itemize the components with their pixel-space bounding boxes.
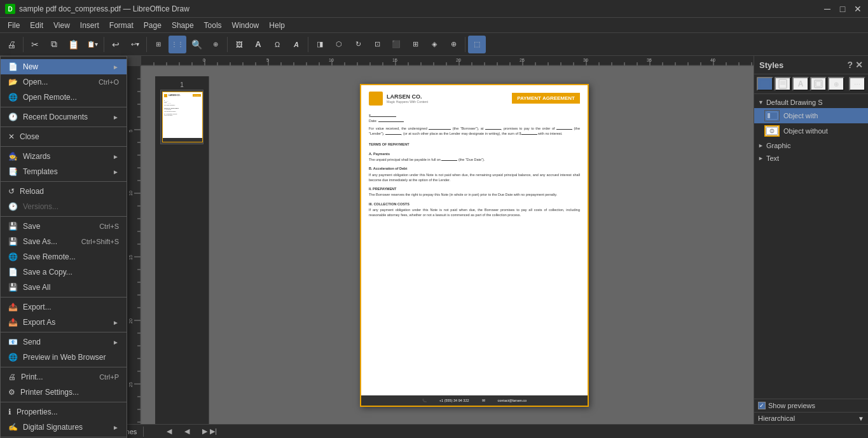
filter-button[interactable]: ⬡ <box>330 36 348 53</box>
crop-button[interactable]: ⊡ <box>368 36 386 53</box>
shadow-button[interactable]: ◨ <box>311 36 329 53</box>
close-btn[interactable]: ✕ <box>853 4 863 14</box>
styles-help-btn[interactable]: ? <box>847 60 853 70</box>
nav-prev-btn[interactable]: ◀ <box>167 427 172 435</box>
nav-last-btn[interactable]: ▶| <box>210 427 217 435</box>
menu-item-save-remote[interactable]: 🌐 Save Remote... <box>1 249 127 264</box>
nav-next-page-btn[interactable]: ▶ <box>202 427 207 435</box>
styles-hierarchical-dropdown[interactable]: Hierarchical ▼ <box>754 412 868 424</box>
menu-item-save-copy[interactable]: 📄 Save a Copy... <box>1 264 127 280</box>
frame-styles-btn[interactable] <box>810 77 827 91</box>
paste-special-button[interactable]: 📋▾ <box>83 36 101 53</box>
drawing-styles-btn[interactable] <box>757 77 773 91</box>
menu-item-save[interactable]: 💾 Save Ctrl+S <box>1 219 127 234</box>
thumbnail-item-1[interactable]: LARSEN CO. PAYMENT $_____ Date: _____ Fo… <box>160 90 203 144</box>
minimize-btn[interactable]: ─ <box>822 4 832 14</box>
nav-prev-page-btn[interactable]: ◀ <box>184 427 189 435</box>
insert-image-button[interactable]: 🖼 <box>230 36 248 53</box>
styles-item-object-without[interactable]: Object without <box>754 123 868 139</box>
svg-text:D: D <box>8 6 12 13</box>
points-button[interactable]: ◈ <box>425 36 443 53</box>
menu-item-properties[interactable]: ℹ Properties... <box>1 404 127 420</box>
menu-insert[interactable]: Insert <box>75 20 104 31</box>
styles-section-graphic-header[interactable]: ► Graphic <box>754 140 868 151</box>
prepayment-section: II. PREPAYMENT <box>369 186 580 191</box>
menu-format[interactable]: Format <box>104 20 139 31</box>
menu-item-open[interactable]: 📂 Open... Ctrl+O <box>1 74 127 90</box>
svg-text:10: 10 <box>128 191 133 196</box>
styles-section-text-header[interactable]: ► Text <box>754 153 868 164</box>
extrusion-button[interactable]: ⬛ <box>387 36 405 53</box>
glue-button[interactable]: ⊕ <box>444 36 462 53</box>
menu-file[interactable]: File <box>3 20 25 31</box>
menu-window[interactable]: Window <box>227 20 265 31</box>
insert-text-button[interactable]: A <box>249 36 267 53</box>
undo-button[interactable]: ↩ <box>107 36 125 53</box>
styles-item-object-with[interactable]: Object with <box>754 108 868 123</box>
page-styles-btn[interactable] <box>775 77 791 91</box>
footer-email: contact@larsen.co <box>498 399 527 402</box>
show-previews-checkbox[interactable]: ✓ <box>758 402 766 409</box>
menu-help[interactable]: Help <box>264 20 290 31</box>
menu-item-export[interactable]: 📤 Export... <box>1 299 127 315</box>
snap-grid-button[interactable]: ⊞ <box>149 36 167 53</box>
menu-item-close[interactable]: ✕ Close <box>1 129 127 144</box>
table-button[interactable]: ⊞ <box>406 36 424 53</box>
menu-item-reload[interactable]: ↺ Reload <box>1 184 127 199</box>
toolbar-sep-4 <box>227 37 228 52</box>
maximize-btn[interactable]: □ <box>837 4 848 14</box>
styles-section-default: ▼ Default Drawing S Object with <box>754 97 868 139</box>
toolbar-sep-2 <box>104 37 104 52</box>
active-tool-button[interactable]: ⬚ <box>468 36 486 53</box>
styles-more-btn[interactable]: ⋯ <box>849 77 865 91</box>
preview-icon: 🌐 <box>8 353 18 362</box>
styles-close-btn[interactable]: ✕ <box>855 60 863 70</box>
menu-item-printer-settings[interactable]: ⚙ Printer Settings... <box>1 385 127 400</box>
ruler-left: 5 10 15 <box>127 66 141 424</box>
styles-header-controls: ? ✕ <box>847 60 863 70</box>
menu-item-export-as[interactable]: 📤 Export As ► <box>1 315 127 330</box>
menu-item-new[interactable]: 📄 New ► <box>1 59 127 74</box>
paste-button[interactable]: 📋 <box>64 36 82 53</box>
cut-button[interactable]: ✂ <box>26 36 44 53</box>
doc-header: LARSEN CO. Magic Happens With Content PA… <box>361 85 588 109</box>
zoom-button[interactable]: 🔍 <box>188 36 205 53</box>
date-line: Date: <box>369 118 580 123</box>
menu-view[interactable]: View <box>48 20 75 31</box>
menu-item-save-all[interactable]: 💾 Save All <box>1 280 127 295</box>
new-from-selection-btn[interactable]: ⊕ <box>828 77 844 91</box>
menu-item-save-as[interactable]: 💾 Save As... Ctrl+Shift+S <box>1 234 127 249</box>
menu-item-open-remote[interactable]: 🌐 Open Remote... <box>1 90 127 105</box>
object-with-preview <box>764 110 780 121</box>
menu-item-send[interactable]: 📧 Send ► <box>1 334 127 350</box>
redo-button[interactable]: ↩▾ <box>126 36 144 53</box>
menu-tools[interactable]: Tools <box>199 20 227 31</box>
menu-item-recent[interactable]: 🕐 Recent Documents ► <box>1 109 127 125</box>
document-canvas[interactable]: 1 LARSEN CO. PAYMENT $_____ <box>141 66 754 424</box>
menu-edit[interactable]: Edit <box>25 20 48 31</box>
menu-item-templates[interactable]: 📑 Templates ► <box>1 164 127 179</box>
zoom-pan-button[interactable]: ⊕ <box>207 36 224 53</box>
template-icon: 📑 <box>8 167 18 176</box>
insert-fontwork-button[interactable]: A <box>287 36 305 53</box>
menu-item-preview[interactable]: 🌐 Preview in Web Browser <box>1 350 127 365</box>
menu-item-signatures[interactable]: ✍ Digital Signatures ► <box>1 420 127 435</box>
svg-text:5: 5 <box>128 130 133 132</box>
toggle-grid-button[interactable]: ⋮⋮ <box>169 36 186 53</box>
section-expand-arrow: ▼ <box>758 99 764 106</box>
menu-shape[interactable]: Shape <box>167 20 199 31</box>
styles-section-default-header[interactable]: ▼ Default Drawing S <box>754 97 868 108</box>
copy-button[interactable]: ⧉ <box>45 36 63 53</box>
menu-item-print[interactable]: 🖨 Print... Ctrl+P <box>1 369 127 385</box>
rotate-button[interactable]: ↻ <box>349 36 367 53</box>
hierarchical-arrow: ▼ <box>858 415 864 422</box>
insert-special-char-button[interactable]: Ω <box>268 36 286 53</box>
text-char-styles-btn[interactable]: A <box>792 77 809 91</box>
menu-item-wizards[interactable]: 🧙 Wizards ► <box>1 149 127 164</box>
acceleration-text: If any payment obligation under this Not… <box>369 172 580 183</box>
menu-page[interactable]: Page <box>139 20 167 31</box>
print-button[interactable]: 🖨 <box>3 36 20 53</box>
svg-rect-94 <box>761 80 769 88</box>
svg-rect-102 <box>768 113 770 118</box>
text-section-arrow: ► <box>758 155 764 161</box>
